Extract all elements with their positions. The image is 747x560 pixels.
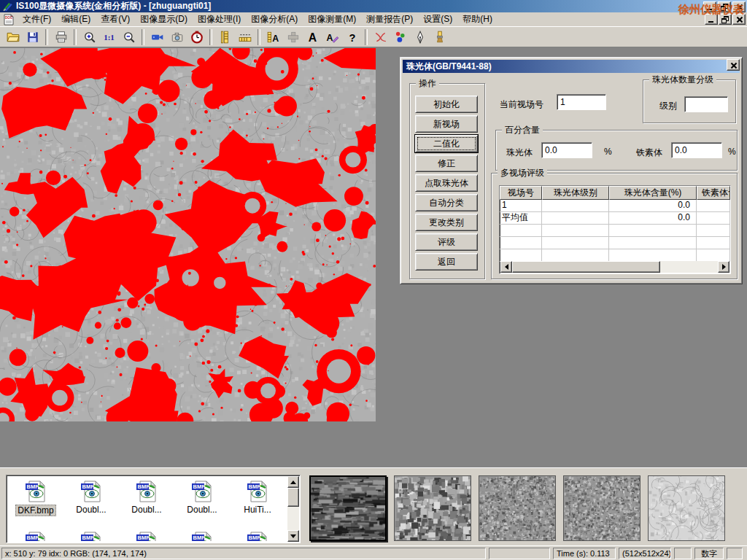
file-item[interactable]: BMP (119, 528, 174, 541)
child-restore-button[interactable] (719, 14, 732, 25)
close-icon (736, 4, 743, 10)
camera-capture-button[interactable] (167, 28, 187, 46)
dialog-close-button[interactable] (727, 59, 740, 71)
micrograph-thumbnail-4[interactable] (563, 475, 640, 541)
op-button-3[interactable]: 二值化 (415, 135, 478, 152)
micrograph-image[interactable] (0, 48, 376, 421)
op-button-7[interactable]: 更改类别 (415, 214, 478, 231)
menu-item-7[interactable]: 图像测量(M) (303, 12, 361, 27)
video-capture-button[interactable] (147, 28, 167, 46)
edit-annotation-button[interactable]: A (322, 28, 342, 46)
svg-text:A: A (326, 32, 333, 42)
bottom-panel: BMPDKF.bmpBMPDoubl...BMPDoubl...BMPDoubl… (0, 467, 747, 545)
scrollbar-thumb[interactable] (287, 488, 299, 507)
menu-item-5[interactable]: 图像处理(I) (193, 12, 246, 27)
open-file-button[interactable] (3, 28, 23, 46)
timer-button[interactable] (187, 28, 206, 46)
file-item[interactable]: BMPDoubl... (174, 477, 230, 528)
restore-icon (721, 16, 729, 23)
pearlite-input[interactable]: 0.0 (541, 142, 592, 158)
op-button-8[interactable]: 评级 (415, 233, 478, 251)
print-button[interactable] (51, 28, 71, 46)
ferrite-input[interactable]: 0.0 (671, 142, 722, 158)
zoom-out-button[interactable] (119, 28, 139, 46)
level-input[interactable] (684, 96, 728, 112)
micrograph-thumbnail-5[interactable] (648, 475, 725, 541)
micrograph-thumbnail-2[interactable] (394, 475, 471, 541)
file-item[interactable]: BMPDoubl... (119, 477, 174, 528)
table-horizontal-scrollbar[interactable] (500, 261, 729, 273)
menu-item-1[interactable]: 文件(F) (18, 12, 56, 27)
grid-button[interactable] (283, 28, 303, 46)
restore-button[interactable] (718, 1, 731, 12)
op-button-6[interactable]: 自动分类 (415, 194, 478, 211)
op-button-2[interactable]: 新视场 (415, 115, 478, 133)
op-button-9[interactable]: 返回 (415, 253, 478, 271)
child-close-button[interactable] (732, 14, 746, 25)
current-field-label: 当前视场号 (500, 98, 543, 111)
menu-item-9[interactable]: 设置(S) (418, 12, 457, 27)
toolbar: 1:1AAA? (0, 27, 747, 47)
brush-tool-button[interactable] (430, 28, 449, 46)
table-column-header[interactable]: 珠光体含量(%) (609, 186, 697, 200)
file-item[interactable]: BMPDKF.bmp (8, 477, 63, 528)
scroll-left-button[interactable] (500, 261, 512, 273)
rating-table[interactable]: 视场号珠光体级别珠光体含量(%)铁素体含量(%) 10.0平均值0.0 (499, 185, 731, 274)
text-annotation-button[interactable]: A (303, 28, 322, 46)
table-row[interactable]: 10.0 (500, 200, 730, 212)
horizontal-ruler-button[interactable] (235, 28, 255, 46)
menu-item-3[interactable]: 查看(V) (96, 12, 135, 27)
zoom-in-button[interactable] (80, 28, 99, 46)
menu-item-4[interactable]: 图像显示(D) (135, 12, 193, 27)
file-item[interactable]: BMP (63, 528, 119, 541)
scrollbar-track[interactable] (512, 261, 718, 273)
bmp-file-icon: BMP (135, 531, 158, 541)
dialog-title-bar[interactable]: 珠光体(GB/T9441-88) (403, 60, 740, 73)
table-column-header[interactable]: 视场号 (500, 186, 542, 200)
file-list-scrollbar[interactable] (287, 476, 299, 542)
file-item[interactable]: BMPDoubl... (63, 477, 119, 528)
menu-item-8[interactable]: 测量报告(P) (361, 12, 418, 27)
table-column-header[interactable]: 珠光体级别 (542, 186, 609, 200)
table-cell (542, 200, 609, 211)
file-browser[interactable]: BMPDKF.bmpBMPDoubl...BMPDoubl...BMPDoubl… (6, 475, 301, 543)
vertical-caliper-button[interactable] (215, 28, 235, 46)
close-button[interactable] (732, 1, 746, 12)
op-button-5[interactable]: 点取珠光体 (415, 174, 478, 192)
measure-text-button[interactable]: A (263, 28, 283, 46)
child-minimize-button[interactable] (705, 14, 718, 25)
table-column-header[interactable]: 铁素体含量(%) (697, 186, 730, 200)
menu-item-10[interactable]: 帮助(H) (457, 12, 498, 27)
actual-size-button[interactable]: 1:1 (99, 28, 119, 46)
toolbar-separator (45, 29, 48, 45)
pen-tool-button[interactable] (410, 28, 430, 46)
micrograph-thumbnail-3[interactable] (479, 475, 556, 541)
table-cell (697, 200, 730, 211)
file-item[interactable]: BMP (8, 528, 63, 541)
op-button-1[interactable]: 初始化 (415, 96, 478, 113)
file-item[interactable]: BMP (230, 528, 285, 541)
op-button-4[interactable]: 修正 (415, 155, 478, 172)
scrollbar-thumb[interactable] (512, 261, 660, 273)
table-row[interactable]: 平均值0.0 (500, 212, 730, 225)
help-button[interactable]: ? (342, 28, 362, 46)
menu-item-6[interactable]: 图像分析(A) (246, 12, 303, 27)
scroll-up-button[interactable] (287, 476, 299, 488)
curve-tool-button[interactable] (371, 28, 390, 46)
toolbar-separator (365, 29, 368, 45)
minimize-button[interactable] (703, 1, 716, 12)
table-row[interactable] (500, 237, 730, 249)
file-item[interactable]: BMP (174, 528, 230, 541)
table-row[interactable] (500, 225, 730, 237)
table-cell (542, 225, 609, 236)
save-button[interactable] (23, 28, 42, 46)
scroll-right-button[interactable] (718, 261, 729, 273)
micrograph-thumbnail-1[interactable] (309, 475, 387, 541)
current-field-input[interactable]: 1 (557, 94, 606, 110)
menu-item-2[interactable]: 编辑(E) (56, 12, 96, 27)
table-row[interactable] (500, 249, 730, 262)
app-icon (2, 1, 13, 12)
phase-particles-button[interactable] (390, 28, 410, 46)
file-item[interactable]: BMPHuiTi... (230, 477, 285, 528)
scroll-down-button[interactable] (287, 530, 299, 542)
